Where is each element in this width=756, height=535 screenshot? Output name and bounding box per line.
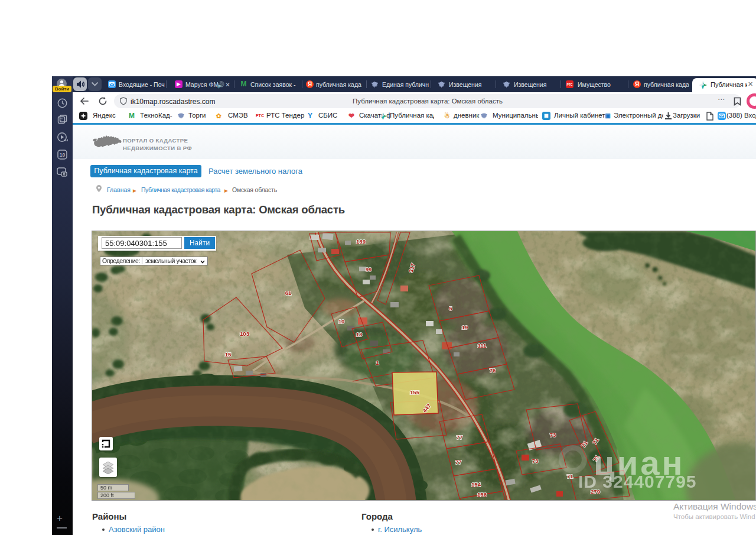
svg-text:156: 156 bbox=[477, 491, 487, 498]
svg-text:13: 13 bbox=[356, 331, 363, 338]
svg-text:73: 73 bbox=[550, 432, 556, 438]
svg-text:76: 76 bbox=[490, 367, 496, 374]
svg-text:10: 10 bbox=[60, 152, 66, 158]
svg-text:103: 103 bbox=[240, 330, 249, 337]
svg-text:15: 15 bbox=[225, 351, 232, 358]
svg-text:155: 155 bbox=[410, 389, 420, 395]
svg-text:77: 77 bbox=[455, 459, 462, 465]
svg-text:10: 10 bbox=[338, 318, 345, 325]
svg-text:5: 5 bbox=[449, 305, 452, 312]
svg-text:111: 111 bbox=[478, 342, 487, 349]
svg-text:154: 154 bbox=[471, 481, 481, 488]
svg-text:99: 99 bbox=[366, 266, 372, 273]
svg-text:19: 19 bbox=[462, 324, 468, 330]
svg-text:61: 61 bbox=[285, 290, 292, 296]
svg-text:71: 71 bbox=[567, 473, 573, 479]
svg-text:77: 77 bbox=[457, 434, 463, 440]
svg-text:1: 1 bbox=[376, 359, 379, 366]
svg-text:139: 139 bbox=[356, 238, 366, 245]
svg-text:73: 73 bbox=[532, 458, 539, 464]
